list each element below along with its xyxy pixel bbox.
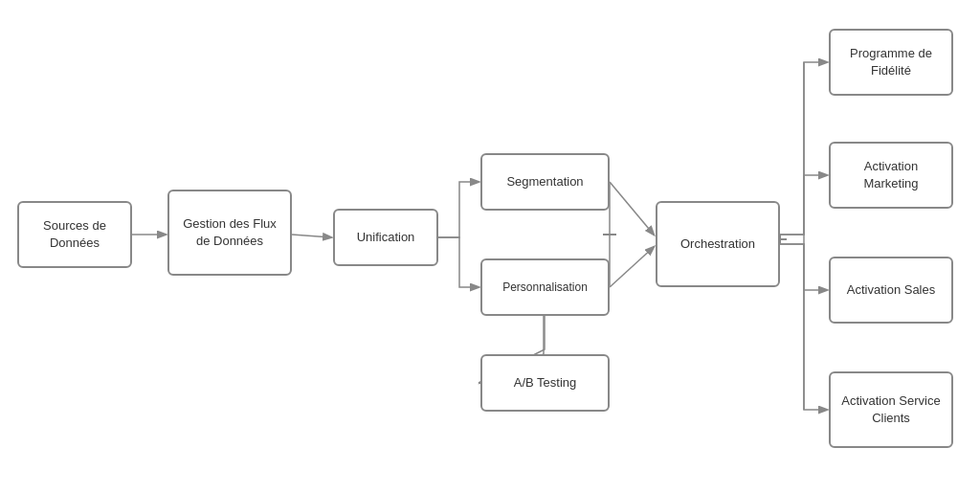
box-abtesting: A/B Testing	[480, 354, 610, 412]
box-actmarketing: Activation Marketing	[829, 142, 953, 209]
box-personnalisation: Personnalisation	[480, 258, 610, 316]
box-actsales: Activation Sales	[829, 257, 953, 324]
svg-line-3	[610, 247, 654, 287]
box-gestion: Gestion des Flux de Données	[167, 190, 292, 276]
svg-line-1	[292, 235, 331, 237]
svg-line-2	[610, 182, 654, 235]
box-programme: Programme de Fidélité	[829, 29, 953, 96]
box-sources: Sources de Données	[17, 201, 132, 268]
diagram: Sources de DonnéesGestion des Flux de Do…	[0, 0, 980, 493]
box-orchestration: Orchestration	[656, 201, 780, 287]
box-segmentation: Segmentation	[480, 153, 610, 211]
box-actservice: Activation Service Clients	[829, 371, 953, 448]
box-unification: Unification	[333, 209, 438, 266]
